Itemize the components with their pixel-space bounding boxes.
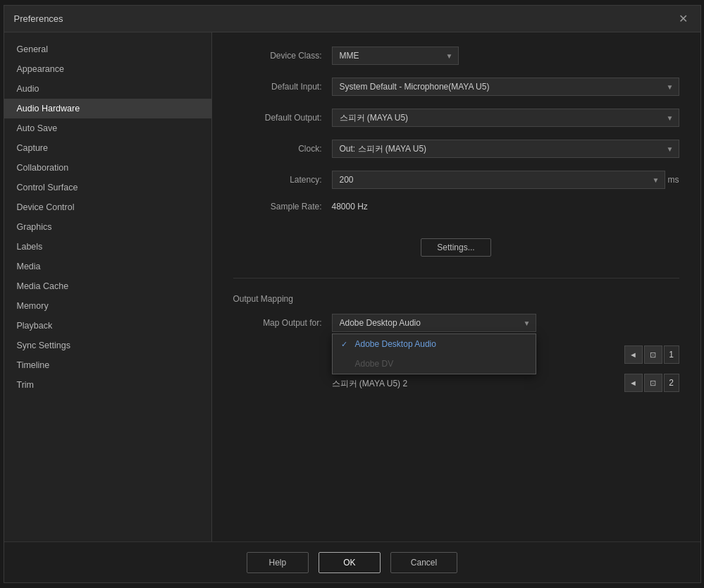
sidebar-item-device-control[interactable]: Device Control xyxy=(4,197,211,217)
device-class-row: Device Class: MME ▼ xyxy=(233,47,679,65)
clock-dropdown[interactable]: Out: 스피커 (MAYA U5) xyxy=(332,140,679,158)
device-class-dropdown[interactable]: MME xyxy=(332,47,459,65)
speaker-text-2: 스피커 (MAYA U5) 2 xyxy=(332,379,408,388)
popup-item-adobe-desktop[interactable]: ✓ Adobe Desktop Audio xyxy=(333,334,536,354)
sidebar-item-media[interactable]: Media xyxy=(4,257,211,276)
clock-row: Clock: Out: 스피커 (MAYA U5) ▼ xyxy=(233,140,679,158)
default-input-row: Default Input: System Default - Micropho… xyxy=(233,78,679,96)
sample-rate-value: 48000 Hz xyxy=(332,202,368,212)
dialog-title: Preferences xyxy=(14,13,63,24)
speaker-controls-2: ◄ ⊡ 2 xyxy=(624,374,679,392)
sidebar-item-auto-save[interactable]: Auto Save xyxy=(4,118,211,138)
speaker-controls-1: ◄ ⊡ 1 xyxy=(624,345,679,364)
popup-item-label-2: Adobe DV xyxy=(355,359,394,369)
ms-label: ms xyxy=(668,175,679,185)
default-output-wrap: 스피커 (MAYA U5) ▼ xyxy=(332,109,679,127)
speaker1-map-btn[interactable]: ⊡ xyxy=(644,345,662,364)
footer: Help OK Cancel xyxy=(4,541,700,582)
default-output-label: Default Output: xyxy=(233,113,332,123)
sample-rate-label: Sample Rate: xyxy=(233,202,332,212)
device-class-wrap: MME ▼ xyxy=(332,47,459,65)
output-mapping-title: Output Mapping xyxy=(233,294,679,304)
speaker1-audio-btn[interactable]: ◄ xyxy=(624,345,643,364)
popup-item-label-1: Adobe Desktop Audio xyxy=(355,339,436,349)
sidebar-item-collaboration[interactable]: Collaboration xyxy=(4,158,211,178)
sidebar-item-timeline[interactable]: Timeline xyxy=(4,355,211,375)
sidebar-item-media-cache[interactable]: Media Cache xyxy=(4,276,211,296)
preferences-dialog: Preferences ✕ GeneralAppearanceAudioAudi… xyxy=(4,5,701,583)
sidebar-item-appearance[interactable]: Appearance xyxy=(4,59,211,79)
default-input-wrap: System Default - Microphone(MAYA U5) ▼ xyxy=(332,78,679,96)
default-input-dropdown[interactable]: System Default - Microphone(MAYA U5) xyxy=(332,78,679,96)
sidebar: GeneralAppearanceAudioAudio HardwareAuto… xyxy=(4,32,212,541)
default-output-row: Default Output: 스피커 (MAYA U5) ▼ xyxy=(233,109,679,127)
default-output-dropdown[interactable]: 스피커 (MAYA U5) xyxy=(332,109,679,127)
map-output-dropdown-container: Adobe Desktop Audio ▼ ✓ Adobe Desktop Au… xyxy=(332,314,536,332)
speaker2-audio-btn[interactable]: ◄ xyxy=(624,374,643,392)
speaker-offset-2: 스피커 (MAYA U5) 2 xyxy=(332,376,624,390)
device-class-label: Device Class: xyxy=(233,51,332,61)
map-output-popup: ✓ Adobe Desktop Audio Adobe DV xyxy=(332,333,536,374)
sidebar-item-playback[interactable]: Playback xyxy=(4,316,211,336)
speaker1-num: 1 xyxy=(664,345,679,364)
sample-rate-row: Sample Rate: 48000 Hz xyxy=(233,202,679,212)
latency-wrap: 200 ▼ xyxy=(332,171,665,189)
sidebar-item-control-surface[interactable]: Control Surface xyxy=(4,178,211,197)
speaker2-num: 2 xyxy=(664,374,679,392)
section-divider xyxy=(233,278,679,278)
title-bar: Preferences ✕ xyxy=(4,6,700,32)
map-output-dropdown[interactable]: Adobe Desktop Audio xyxy=(332,314,536,332)
latency-dropdown[interactable]: 200 xyxy=(332,171,665,189)
sidebar-item-audio-hardware[interactable]: Audio Hardware xyxy=(4,99,211,118)
map-output-label: Map Output for: xyxy=(233,318,332,328)
sidebar-item-audio[interactable]: Audio xyxy=(4,79,211,99)
settings-button[interactable]: Settings... xyxy=(421,238,490,257)
check-icon: ✓ xyxy=(341,340,350,349)
sidebar-item-capture[interactable]: Capture xyxy=(4,138,211,158)
sidebar-item-memory[interactable]: Memory xyxy=(4,296,211,316)
speaker2-map-btn[interactable]: ⊡ xyxy=(644,374,662,392)
sidebar-item-graphics[interactable]: Graphics xyxy=(4,217,211,237)
latency-label: Latency: xyxy=(233,175,332,185)
content-area: Device Class: MME ▼ Default Input: Syste… xyxy=(212,32,700,541)
sidebar-item-trim[interactable]: Trim xyxy=(4,375,211,395)
help-button[interactable]: Help xyxy=(247,552,309,573)
sidebar-item-general[interactable]: General xyxy=(4,39,211,59)
settings-row: Settings... xyxy=(233,231,679,264)
clock-label: Clock: xyxy=(233,144,332,154)
main-content: GeneralAppearanceAudioAudio HardwareAuto… xyxy=(4,32,700,541)
sidebar-item-sync-settings[interactable]: Sync Settings xyxy=(4,336,211,355)
default-input-label: Default Input: xyxy=(233,82,332,92)
latency-row: Latency: 200 ▼ ms xyxy=(233,171,679,189)
popup-item-adobe-dv: Adobe DV xyxy=(333,354,536,374)
ok-button[interactable]: OK xyxy=(319,552,381,573)
cancel-button[interactable]: Cancel xyxy=(390,552,457,573)
map-output-row: Map Output for: Adobe Desktop Audio ▼ ✓ … xyxy=(233,314,679,332)
close-button[interactable]: ✕ xyxy=(677,12,691,26)
clock-wrap: Out: 스피커 (MAYA U5) ▼ xyxy=(332,140,679,158)
output-mapping-section: Output Mapping Map Output for: Adobe Des… xyxy=(233,294,679,396)
sidebar-item-labels[interactable]: Labels xyxy=(4,237,211,257)
